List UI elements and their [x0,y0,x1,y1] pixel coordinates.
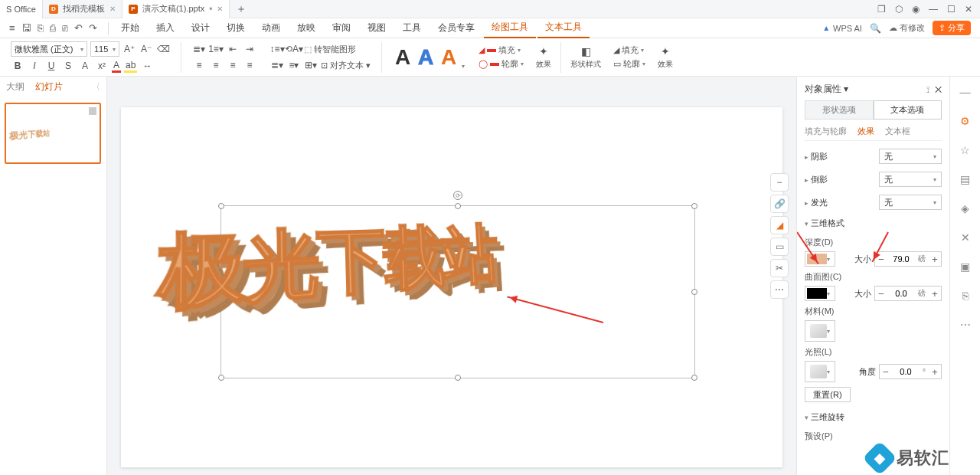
glow-select[interactable]: 无▾ [879,195,942,210]
save-icon[interactable]: 🖫 [21,22,31,34]
resize-handle[interactable] [455,203,461,209]
zoom-out-icon[interactable]: − [770,173,789,192]
slide[interactable]: ⟳ 极光下载站 [121,107,782,467]
undo-icon[interactable]: ↶ [74,22,83,34]
tab-outline[interactable]: 大纲 [6,80,24,93]
tab-text-options[interactable]: 文本选项 [874,100,942,120]
contour-size-spinner[interactable]: − 磅 + [874,286,942,301]
contour-color-select[interactable]: ▾ [805,286,835,301]
close-window-icon[interactable]: ✕ [965,4,972,15]
animation-icon[interactable]: ◈ [958,201,973,216]
menu-start[interactable]: 开始 [113,18,147,38]
reset-button[interactable]: 重置(R) [805,387,851,402]
slide-thumbnail-1[interactable]: 极光下载站 [5,103,101,164]
more-icon[interactable]: ⋯ [770,280,789,299]
tab-slides[interactable]: 幻灯片 [35,80,63,93]
resize-handle[interactable] [455,375,461,381]
shape-outline-button[interactable]: ▭轮廓▾ [613,58,645,70]
close-panel-icon[interactable]: ✕ [935,84,942,95]
font-color-icon[interactable]: A [112,59,121,73]
tools-strip-icon[interactable]: ✕ [958,230,973,245]
menu-design[interactable]: 设计 [184,18,217,38]
close-icon[interactable]: ✕ [109,5,116,13]
export-icon[interactable]: ⎘ [38,22,44,34]
vertical-align-icon[interactable]: ≡▾ [287,58,301,72]
increment-button[interactable]: + [929,287,941,300]
resize-handle[interactable] [218,375,224,381]
tab-shape-options[interactable]: 形状选项 [805,100,874,120]
numbering-icon[interactable]: 1≡▾ [209,42,223,56]
settings-strip-icon[interactable]: ⚙ [958,113,973,129]
link-icon[interactable]: 🔗 [770,195,789,213]
search-icon[interactable]: 🔍 [870,23,881,34]
shape-style-button[interactable]: ◧形状样式 [567,45,604,70]
wordart-style-2[interactable]: A [416,45,436,70]
indent-icon[interactable]: ⇥ [243,42,256,56]
resize-handle[interactable] [691,375,697,381]
tools-icon[interactable]: ✂ [770,259,789,277]
resize-handle[interactable] [218,203,224,209]
shadow-label[interactable]: 阴影 [805,151,828,162]
menu-drawing[interactable]: 绘图工具 [484,18,536,38]
columns-icon[interactable]: ≣▾ [270,58,284,72]
template-strip-icon[interactable]: ▣ [958,259,973,274]
strike-icon[interactable]: S [61,59,75,73]
char-spacing-icon[interactable]: ↔ [140,59,154,73]
subtab-effect[interactable]: 效果 [858,126,874,137]
fit-text-button[interactable]: ⊡ 对齐文本▾ [321,60,371,71]
text-box-selected[interactable]: ⟳ 极光下载站 [220,205,695,378]
tab-template[interactable]: D 找稻壳模板 ✕ [43,0,122,18]
maximize-icon[interactable]: ☐ [947,4,956,15]
3d-text[interactable]: 极光下载站 [157,211,570,330]
text-effect-button[interactable]: ✦效果 [533,45,554,70]
depth-size-spinner[interactable]: − 磅 + [874,251,942,267]
reflection-select[interactable]: 无▾ [879,172,942,187]
menu-member[interactable]: 会员专享 [430,18,482,38]
text-direction-icon[interactable]: ⟲A▾ [287,42,301,56]
menu-review[interactable]: 审阅 [325,18,358,38]
text-fill-button[interactable]: ◢填充▾ [479,44,521,56]
resize-handle[interactable] [691,289,697,295]
align-right-icon[interactable]: ≡ [226,58,240,72]
fit-icon[interactable]: ▭ [770,238,789,256]
menu-insert[interactable]: 插入 [149,18,182,38]
new-tab-button[interactable]: ＋ [230,2,253,16]
3d-format-header[interactable]: 三维格式 [805,218,844,229]
list-level-icon[interactable]: ⊞▾ [304,58,318,72]
globe-icon[interactable]: ◉ [912,4,920,15]
convert-smartart-button[interactable]: ⬚ 转智能图形 [304,44,356,55]
changes-indicator[interactable]: ☁ 有修改 [889,22,925,34]
increment-button[interactable]: + [929,365,941,378]
collapse-icon[interactable]: 〈 [92,81,100,93]
tab-document[interactable]: P 演示文稿(1).pptx • ✕ [122,0,230,18]
underline-icon[interactable]: U [44,59,58,73]
wps-ai-button[interactable]: WPS AI [822,24,862,33]
size-select[interactable]: 115▾ [90,41,119,57]
star-icon[interactable]: ☆ [958,142,973,158]
outdent-icon[interactable]: ⇤ [226,42,240,56]
menu-icon[interactable]: ≡ [9,22,15,34]
shape-fill-button[interactable]: ◢填充▾ [613,44,644,56]
clipboard-icon[interactable]: ⎘ [958,288,973,303]
tab-office[interactable]: S Office [0,0,43,18]
wordart-style-1[interactable]: A [393,45,413,70]
shadow-select[interactable]: 无▾ [879,149,942,164]
text-outline-button[interactable]: ◯轮廓▾ [479,58,524,70]
restore-window-icon[interactable]: ❐ [877,4,886,15]
menu-animation[interactable]: 动画 [254,18,288,38]
align-justify-icon[interactable]: ≡ [243,58,256,72]
material-select[interactable]: ▾ [805,320,835,342]
reflection-label[interactable]: 倒影 [805,174,828,185]
menu-view[interactable]: 视图 [360,18,394,38]
layers-icon[interactable]: ▤ [958,172,973,187]
print-icon[interactable]: ⎙ [50,22,56,34]
preview-icon[interactable]: ⎚ [62,22,68,34]
superscript-icon[interactable]: x² [95,59,109,73]
pin-icon[interactable]: ⟟ [926,84,929,95]
wordart-more-icon[interactable]: ▾ [462,63,465,70]
bullets-icon[interactable]: ≣▾ [192,42,206,56]
minimize-panel-icon[interactable]: — [958,84,973,100]
bold-icon[interactable]: B [11,59,24,73]
highlight-icon[interactable]: ab [124,59,137,73]
decrement-button[interactable]: − [880,365,892,378]
